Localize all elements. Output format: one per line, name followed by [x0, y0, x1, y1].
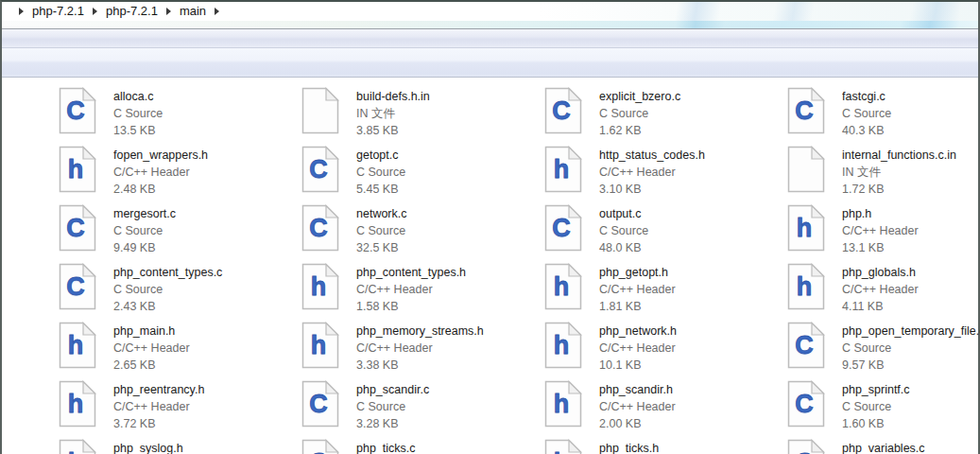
breadcrumb-arrow-icon[interactable]: [93, 8, 97, 15]
file-type-letter: C: [544, 97, 578, 124]
breadcrumb: php-7.2.1 php-7.2.1 main: [2, 2, 228, 21]
file-tile[interactable]: C php_content_types.c C Source 2.43 KB: [52, 257, 295, 316]
file-size: 5.45 KB: [356, 181, 534, 198]
file-tile[interactable]: C php_open_temporary_file.c C Source 9.5…: [781, 316, 980, 375]
page-glyph: [787, 146, 825, 193]
file-tile[interactable]: C alloca.c C Source 13.5 KB: [52, 81, 295, 140]
header-file-icon: h: [544, 439, 582, 454]
breadcrumb-arrow-icon[interactable]: [166, 8, 171, 15]
file-type-letter: h: [301, 273, 335, 300]
file-type-letter: C: [59, 273, 93, 300]
file-size: 4.11 KB: [842, 298, 980, 315]
file-type: IN 文件: [842, 164, 980, 181]
file-size: 9.49 KB: [113, 239, 291, 256]
file-size: 48.0 KB: [599, 239, 777, 256]
c-source-file-icon: C: [544, 204, 582, 252]
file-type-letter: C: [59, 215, 93, 241]
file-tile[interactable]: h php_network.h C/C++ Header 10.1 KB: [538, 316, 781, 375]
file-type-letter: C: [301, 156, 335, 183]
file-tile[interactable]: C fastcgi.c C Source 40.3 KB: [781, 81, 980, 140]
breadcrumb-arrow-icon[interactable]: [19, 8, 24, 15]
breadcrumb-item-php-721-2[interactable]: php-7.2.1: [106, 2, 158, 21]
file-name: php_variables.c: [842, 440, 980, 454]
blank-file-icon: [787, 146, 825, 193]
file-size: 2.65 KB: [113, 357, 291, 374]
file-name: php_memory_streams.h: [356, 323, 534, 340]
file-name: php_main.h: [113, 323, 291, 340]
file-tile[interactable]: h php_reentrancy.h C/C++ Header 3.72 KB: [52, 375, 295, 433]
file-tile[interactable]: C php_ticks.c: [295, 433, 538, 454]
file-tile[interactable]: h php_memory_streams.h C/C++ Header 3.38…: [295, 316, 538, 375]
c-source-file-icon: C: [301, 380, 339, 428]
file-size: 3.38 KB: [356, 357, 534, 374]
file-size: 3.72 KB: [113, 415, 291, 432]
file-type: C Source: [599, 105, 777, 122]
file-tile[interactable]: C php_scandir.c C Source 3.28 KB: [295, 375, 538, 433]
file-tile[interactable]: C output.c C Source 48.0 KB: [538, 199, 781, 257]
file-size: 2.48 KB: [113, 181, 291, 198]
file-tile[interactable]: h php_syslog.h: [52, 433, 295, 454]
file-tile[interactable]: h fopen_wrappers.h C/C++ Header 2.48 KB: [52, 140, 295, 199]
file-name: php_content_types.h: [356, 264, 534, 281]
file-type: C Source: [113, 222, 291, 239]
breadcrumb-arrow-icon[interactable]: [215, 8, 219, 15]
file-type: C/C++ Header: [842, 281, 980, 298]
file-name: php_sprintf.c: [842, 381, 980, 398]
file-name: internal_functions.c.in: [842, 147, 980, 164]
file-name: php.h: [842, 205, 980, 222]
file-list-pane[interactable]: C alloca.c C Source 13.5 KB build-defs.h…: [2, 78, 978, 452]
c-source-file-icon: C: [301, 204, 339, 252]
file-tile[interactable]: h php_globals.h C/C++ Header 4.11 KB: [781, 257, 980, 316]
breadcrumb-item-php-721-1[interactable]: php-7.2.1: [32, 2, 84, 21]
c-source-file-icon: C: [787, 380, 825, 428]
file-size: 9.57 KB: [842, 357, 980, 374]
file-type: C/C++ Header: [599, 281, 777, 298]
c-source-file-icon: C: [59, 87, 96, 134]
file-size: 40.3 KB: [842, 122, 980, 139]
file-size: 1.72 KB: [842, 181, 980, 198]
file-tile[interactable]: C network.c C Source 32.5 KB: [295, 199, 538, 257]
file-tile[interactable]: C php_sprintf.c C Source 1.60 KB: [781, 375, 980, 433]
file-type: C/C++ Header: [599, 398, 777, 415]
file-type: C/C++ Header: [113, 164, 291, 181]
file-tile[interactable]: C php_variables.c: [781, 433, 980, 454]
breadcrumb-bar: php-7.2.1 php-7.2.1 main: [2, 2, 978, 21]
file-tile[interactable]: C getopt.c C Source 5.45 KB: [295, 140, 538, 199]
file-tile[interactable]: h php_ticks.h: [538, 433, 781, 454]
file-type: C Source: [599, 222, 777, 239]
c-source-file-icon: C: [59, 263, 96, 310]
page-glyph: [301, 87, 339, 134]
file-tile[interactable]: h php_scandir.h C/C++ Header 2.00 KB: [538, 375, 781, 433]
file-type-letter: C: [787, 332, 821, 358]
file-name: php_reentrancy.h: [113, 381, 291, 398]
file-tile[interactable]: h http_status_codes.h C/C++ Header 3.10 …: [538, 140, 781, 199]
breadcrumb-item-main[interactable]: main: [180, 2, 206, 21]
file-tile[interactable]: build-defs.h.in IN 文件 3.85 KB: [295, 81, 538, 140]
header-file-icon: h: [544, 263, 582, 310]
file-size: 3.28 KB: [356, 415, 534, 432]
file-tile[interactable]: h php_main.h C/C++ Header 2.65 KB: [52, 316, 295, 375]
file-name: build-defs.h.in: [356, 88, 534, 105]
header-file-icon: h: [787, 204, 825, 252]
file-size: 1.58 KB: [356, 298, 534, 315]
file-tile[interactable]: C mergesort.c C Source 9.49 KB: [52, 199, 295, 257]
file-name: output.c: [599, 205, 777, 222]
file-type-letter: C: [787, 97, 821, 124]
file-type: C/C++ Header: [113, 340, 291, 357]
file-tile[interactable]: h php.h C/C++ Header 13.1 KB: [781, 199, 980, 257]
file-type-letter: C: [787, 391, 821, 417]
file-name: php_ticks.c: [356, 440, 534, 454]
file-name: alloca.c: [113, 88, 291, 105]
file-name: explicit_bzero.c: [599, 88, 777, 105]
file-name: php_content_types.c: [113, 264, 291, 281]
file-tile[interactable]: C explicit_bzero.c C Source 1.62 KB: [538, 81, 781, 140]
file-tile[interactable]: internal_functions.c.in IN 文件 1.72 KB: [781, 140, 980, 199]
file-type: C Source: [113, 281, 291, 298]
header-file-icon: h: [544, 380, 582, 428]
header-file-icon: h: [787, 263, 825, 310]
file-size: 10.1 KB: [599, 357, 777, 374]
file-name: php_network.h: [599, 323, 777, 340]
file-size: 2.00 KB: [599, 415, 777, 432]
file-tile[interactable]: h php_content_types.h C/C++ Header 1.58 …: [295, 257, 538, 316]
file-tile[interactable]: h php_getopt.h C/C++ Header 1.81 KB: [538, 257, 781, 316]
